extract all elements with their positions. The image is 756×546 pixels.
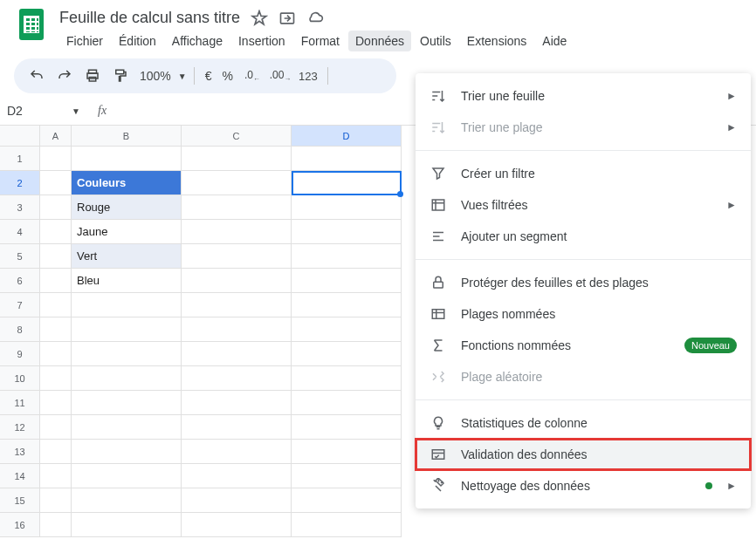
doc-title[interactable]: Feuille de calcul sans titre [59, 9, 240, 27]
row-header-15[interactable]: 15 [0, 488, 40, 513]
cell-C11[interactable] [182, 391, 292, 415]
cell-A2[interactable] [40, 171, 72, 195]
cell-B15[interactable] [72, 488, 182, 513]
cell-B16[interactable] [72, 513, 182, 537]
row-header-5[interactable]: 5 [0, 244, 40, 269]
percent-button[interactable]: % [219, 69, 237, 83]
cell-A11[interactable] [40, 391, 72, 415]
cell-C13[interactable] [182, 440, 292, 464]
increase-decimal-button[interactable]: .00→ [268, 64, 292, 88]
row-header-13[interactable]: 13 [0, 440, 40, 464]
cell-C12[interactable] [182, 415, 292, 440]
cell-C14[interactable] [182, 464, 292, 488]
menu-item-cleanup[interactable]: Nettoyage des données► [416, 470, 751, 502]
menu-édition[interactable]: Édition [112, 31, 163, 51]
cell-B2[interactable]: Couleurs [72, 171, 182, 195]
cell-B7[interactable] [72, 293, 182, 317]
row-header-16[interactable]: 16 [0, 513, 40, 537]
cell-D7[interactable] [292, 293, 402, 317]
cell-C2[interactable] [182, 171, 292, 195]
cell-C16[interactable] [182, 513, 292, 537]
cell-C15[interactable] [182, 488, 292, 513]
currency-button[interactable]: € [202, 69, 216, 83]
menu-item-named-range[interactable]: Plages nommées [416, 298, 751, 330]
col-header-C[interactable]: C [182, 126, 292, 147]
menu-item-filter[interactable]: Créer un filtre [416, 158, 751, 189]
cell-B6[interactable]: Bleu [72, 269, 182, 293]
row-header-6[interactable]: 6 [0, 269, 40, 293]
menu-item-filter-views[interactable]: Vues filtrées► [416, 189, 751, 221]
menu-outils[interactable]: Outils [413, 31, 458, 51]
cell-C8[interactable] [182, 317, 292, 342]
col-header-B[interactable]: B [72, 126, 182, 147]
row-header-11[interactable]: 11 [0, 391, 40, 415]
cell-B5[interactable]: Vert [72, 244, 182, 269]
cell-B10[interactable] [72, 366, 182, 391]
cell-A3[interactable] [40, 195, 72, 220]
menu-item-sigma[interactable]: Fonctions nomméesNouveau [416, 330, 751, 361]
cell-A16[interactable] [40, 513, 72, 537]
cell-B1[interactable] [72, 147, 182, 171]
menu-insertion[interactable]: Insertion [231, 31, 292, 51]
cell-A10[interactable] [40, 366, 72, 391]
cell-D16[interactable] [292, 513, 402, 537]
cell-D13[interactable] [292, 440, 402, 464]
paint-format-button[interactable] [108, 64, 133, 88]
cell-A12[interactable] [40, 415, 72, 440]
cell-D14[interactable] [292, 464, 402, 488]
cell-C9[interactable] [182, 342, 292, 366]
cell-D4[interactable] [292, 220, 402, 244]
cell-A6[interactable] [40, 269, 72, 293]
menu-affichage[interactable]: Affichage [165, 31, 230, 51]
cell-D5[interactable] [292, 244, 402, 269]
menu-item-sort-sheet[interactable]: Trier une feuille► [416, 80, 751, 112]
star-icon[interactable] [251, 10, 268, 27]
cell-B9[interactable] [72, 342, 182, 366]
cell-B4[interactable]: Jaune [72, 220, 182, 244]
menu-item-lock[interactable]: Protéger des feuilles et des plages [416, 267, 751, 298]
row-header-7[interactable]: 7 [0, 293, 40, 317]
menu-extensions[interactable]: Extensions [460, 31, 533, 51]
menu-données[interactable]: Données [348, 31, 411, 51]
zoom-select[interactable]: 100% [136, 69, 175, 83]
decrease-decimal-button[interactable]: .0← [240, 64, 265, 88]
cloud-icon[interactable] [306, 10, 324, 27]
menu-item-bulb[interactable]: Statistiques de colonne [416, 407, 751, 439]
cell-C1[interactable] [182, 147, 292, 171]
cell-D1[interactable] [292, 147, 402, 171]
name-box[interactable]: D2 ▼ [0, 100, 87, 121]
cell-D6[interactable] [292, 269, 402, 293]
row-header-9[interactable]: 9 [0, 342, 40, 366]
col-header-D[interactable]: D [292, 126, 402, 147]
cell-B14[interactable] [72, 464, 182, 488]
cell-D2[interactable] [292, 171, 402, 195]
cell-C5[interactable] [182, 244, 292, 269]
cell-A5[interactable] [40, 244, 72, 269]
cell-D3[interactable] [292, 195, 402, 220]
cell-A7[interactable] [40, 293, 72, 317]
cell-C7[interactable] [182, 293, 292, 317]
cell-D12[interactable] [292, 415, 402, 440]
cell-B12[interactable] [72, 415, 182, 440]
cell-B3[interactable]: Rouge [72, 195, 182, 220]
cell-D9[interactable] [292, 342, 402, 366]
cell-C3[interactable] [182, 195, 292, 220]
more-formats-button[interactable]: 123 [296, 64, 320, 88]
cell-A1[interactable] [40, 147, 72, 171]
row-header-8[interactable]: 8 [0, 317, 40, 342]
print-button[interactable] [80, 64, 105, 88]
cell-C10[interactable] [182, 366, 292, 391]
cell-D15[interactable] [292, 488, 402, 513]
row-header-4[interactable]: 4 [0, 220, 40, 244]
cell-A8[interactable] [40, 317, 72, 342]
cell-A13[interactable] [40, 440, 72, 464]
cell-C4[interactable] [182, 220, 292, 244]
menu-item-validation[interactable]: Validation des données [416, 439, 751, 470]
row-header-12[interactable]: 12 [0, 415, 40, 440]
move-icon[interactable] [278, 10, 296, 27]
row-header-10[interactable]: 10 [0, 366, 40, 391]
sheets-logo[interactable] [14, 7, 49, 42]
redo-button[interactable] [52, 64, 77, 88]
cell-D8[interactable] [292, 317, 402, 342]
cell-B13[interactable] [72, 440, 182, 464]
